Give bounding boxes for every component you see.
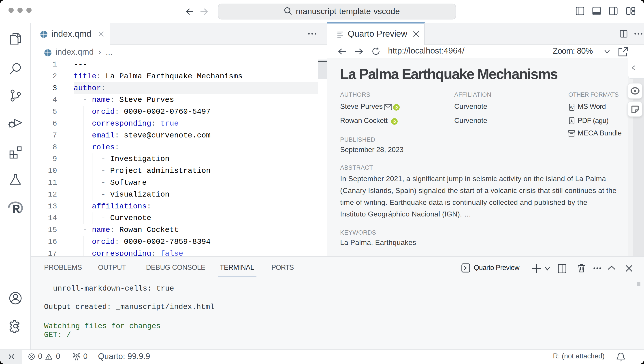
svg-text:W: W — [570, 105, 574, 110]
